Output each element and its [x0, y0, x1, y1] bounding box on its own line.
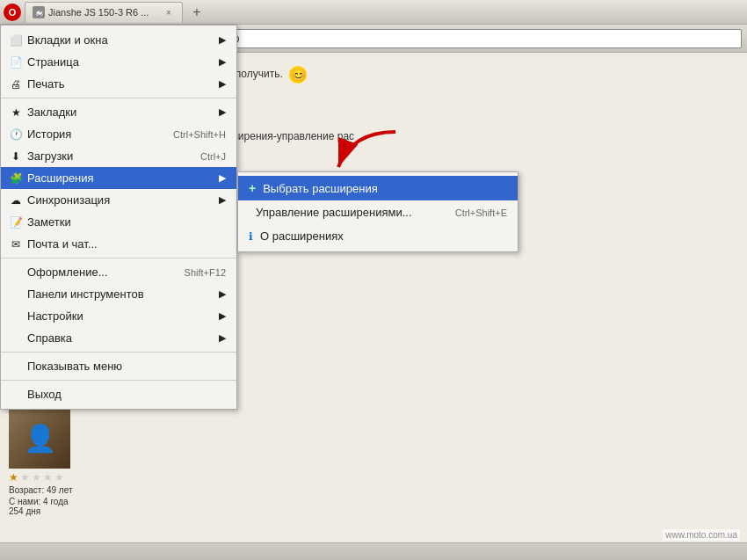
watermark: www.moto.com.ua: [663, 529, 740, 541]
menu-item-extensions[interactable]: 🧩 Расширения ▶: [1, 167, 236, 189]
opera-logo[interactable]: O: [4, 4, 21, 21]
sync-icon: ☁: [8, 193, 24, 208]
plus-icon: +: [249, 181, 256, 195]
show-menu-icon: [8, 359, 24, 375]
star-1: ★: [9, 471, 18, 484]
toolbars-icon: [8, 287, 24, 302]
menu-separator-2: [1, 258, 236, 258]
menu-notes-label: Заметки: [27, 215, 71, 229]
menu-item-exit[interactable]: Выход: [1, 383, 236, 405]
tabs-windows-icon: ⬜: [8, 33, 24, 48]
menu-settings-label: Настройки: [27, 309, 83, 323]
history-shortcut: Ctrl+Shift+H: [156, 129, 226, 140]
menu-item-history[interactable]: 🕐 История Ctrl+Shift+H: [1, 123, 236, 145]
appearance-shortcut: Shift+F12: [167, 267, 226, 278]
sync-arrow: ▶: [219, 194, 226, 206]
menu-print-label: Печать: [27, 77, 65, 91]
menu-item-page[interactable]: 📄 Страница ▶: [1, 51, 236, 73]
mail-icon: ✉: [8, 236, 24, 252]
manage-extensions-label: Управление расширениями...: [256, 206, 412, 219]
menu-item-print[interactable]: 🖨 Печать ▶: [1, 73, 236, 95]
menu-exit-label: Выход: [27, 388, 62, 401]
title-bar: O 🏍 Jianshe JS 150-3 R6 ... × +: [0, 0, 747, 25]
menu-item-toolbars[interactable]: Панели инструментов ▶: [1, 283, 236, 305]
user-stars: ★ ★ ★ ★ ★: [9, 471, 79, 484]
menu-item-downloads[interactable]: ⬇ Загрузки Ctrl+J: [1, 145, 236, 167]
tabs-windows-arrow: ▶: [219, 34, 226, 46]
tab-favicon: 🏍: [33, 6, 45, 18]
menu-mail-label: Почта и чат...: [27, 237, 98, 251]
menu-separator-1: [1, 98, 236, 98]
browser-window: O 🏍 Jianshe JS 150-3 R6 ... × + ◄ ► ↺ ⌂ …: [0, 0, 747, 560]
info-icon: ℹ: [249, 230, 253, 243]
settings-arrow: ▶: [219, 310, 226, 322]
avatar-face: 👤: [9, 407, 70, 469]
avatar-image: 👤: [9, 407, 70, 469]
toolbars-arrow: ▶: [219, 288, 226, 300]
opera-menu: ⬜ Вкладки и окна ▶ 📄 Страница ▶ 🖨 Печать…: [0, 25, 237, 410]
extensions-icon: 🧩: [8, 171, 24, 186]
menu-toolbars-label: Панели инструментов: [27, 287, 144, 301]
menu-bookmarks-label: Закладки: [27, 105, 76, 119]
menu-appearance-label: Оформление...: [27, 265, 108, 279]
user-since: С нами: 4 года 254 дня: [9, 497, 79, 516]
menu-item-settings[interactable]: Настройки ▶: [1, 305, 236, 327]
menu-page-label: Страница: [27, 55, 79, 69]
page-arrow: ▶: [219, 56, 226, 68]
star-4: ★: [43, 471, 53, 484]
menu-sync-label: Синхронизация: [27, 193, 110, 207]
notes-icon: 📝: [8, 215, 24, 230]
menu-item-notes[interactable]: 📝 Заметки: [1, 211, 236, 233]
menu-separator-4: [1, 380, 236, 381]
submenu-manage-extensions[interactable]: Управление расширениями... Ctrl+Shift+E: [238, 200, 518, 224]
print-arrow: ▶: [219, 78, 226, 90]
menu-item-help[interactable]: Справка ▶: [1, 327, 236, 349]
tab-label: Jianshe JS 150-3 R6 ...: [48, 7, 149, 18]
extensions-arrow: ▶: [219, 172, 226, 184]
exit-icon: [8, 387, 24, 403]
menu-item-bookmarks[interactable]: ★ Закладки ▶: [1, 101, 236, 123]
menu-item-mail[interactable]: ✉ Почта и чат...: [1, 233, 236, 255]
star-5: ★: [54, 471, 64, 484]
submenu-about-extensions[interactable]: ℹ О расширениях: [238, 224, 518, 248]
menu-show-menu-label: Показывать меню: [27, 360, 122, 373]
menu-tabs-windows-label: Вкладки и окна: [27, 33, 108, 47]
menu-help-label: Справка: [27, 331, 72, 345]
submenu-choose-extensions[interactable]: + Выбрать расширения: [238, 176, 518, 200]
history-icon: 🕐: [8, 127, 24, 142]
browser-tab[interactable]: 🏍 Jianshe JS 150-3 R6 ... ×: [25, 2, 183, 23]
manage-extensions-shortcut: Ctrl+Shift+E: [455, 207, 507, 218]
star-2: ★: [20, 471, 30, 484]
downloads-icon: ⬇: [8, 149, 24, 164]
bookmarks-icon: ★: [8, 105, 24, 120]
extensions-submenu: + Выбрать расширения Управление расширен…: [237, 171, 519, 252]
user-age: Возраст: 49 лет: [9, 485, 79, 495]
downloads-shortcut: Ctrl+J: [183, 151, 226, 162]
appearance-icon: [8, 265, 24, 280]
menu-item-show-menu[interactable]: Показывать меню: [1, 355, 236, 377]
help-arrow: ▶: [219, 332, 226, 344]
menu-item-appearance[interactable]: Оформление... Shift+F12: [1, 261, 236, 283]
page-icon: 📄: [8, 55, 24, 70]
menu-extensions-label: Расширения: [27, 171, 94, 185]
user-avatar-area: 👤 ★ ★ ★ ★ ★ Возраст: 49 лет С нами: 4 го…: [9, 407, 79, 516]
about-extensions-label: О расширениях: [260, 229, 344, 243]
print-icon: 🖨: [8, 76, 24, 92]
help-icon: [8, 331, 24, 346]
bookmarks-arrow: ▶: [219, 106, 226, 118]
status-bar: www.moto.com.ua: [0, 542, 747, 560]
choose-extensions-label: Выбрать расширения: [263, 182, 378, 195]
smiley-icon: 😊: [289, 66, 307, 84]
menu-item-sync[interactable]: ☁ Синхронизация ▶: [1, 189, 236, 211]
menu-item-tabs-windows[interactable]: ⬜ Вкладки и окна ▶: [1, 29, 236, 51]
star-3: ★: [32, 471, 41, 484]
tabs-bar: 🏍 Jianshe JS 150-3 R6 ... × +: [25, 0, 743, 24]
tab-close-button[interactable]: ×: [163, 6, 175, 18]
menu-downloads-label: Загрузки: [27, 149, 73, 163]
settings-icon: [8, 309, 24, 324]
new-tab-button[interactable]: +: [186, 2, 207, 23]
menu-separator-3: [1, 352, 236, 353]
menu-history-label: История: [27, 127, 71, 141]
